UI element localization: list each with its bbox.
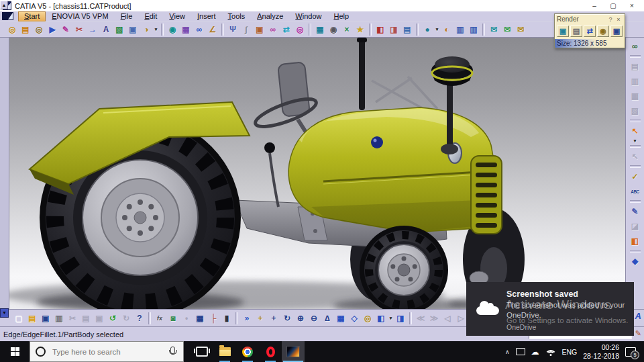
star-icon[interactable]: ★ <box>354 22 367 36</box>
menu-item-edit[interactable]: Edit <box>138 11 163 21</box>
tractor[interactable] <box>30 38 525 309</box>
paint-bucket-icon[interactable]: ◧ <box>627 234 643 248</box>
camera-icon[interactable]: ◉ <box>327 22 340 36</box>
viewport-3d[interactable] <box>9 38 625 309</box>
taskbar-search[interactable] <box>30 341 184 362</box>
fly-forward-icon[interactable]: ≫ <box>427 311 441 325</box>
fit-all-icon[interactable]: + <box>254 311 267 325</box>
wifi-icon[interactable] <box>545 348 556 356</box>
rotate-icon[interactable]: ↻ <box>280 311 294 325</box>
pan-icon[interactable]: + <box>267 311 280 325</box>
palette-icon[interactable]: ◐ <box>440 22 453 36</box>
tablet-pen-icon[interactable] <box>516 348 525 355</box>
sketch-tracer-icon[interactable]: ◉ <box>166 22 179 36</box>
menu-item-view[interactable]: View <box>163 11 191 21</box>
flyout-arrow-icon[interactable]: ▾ <box>627 138 643 144</box>
doc-edit-icon[interactable]: ✎ <box>59 22 72 36</box>
whats-this-icon[interactable]: ? <box>133 311 146 325</box>
mail-sync-icon[interactable]: ✉ <box>514 22 527 36</box>
section-prism-icon[interactable]: ◪ <box>627 219 643 234</box>
flyout-arrow-icon[interactable]: ▾ <box>153 22 159 36</box>
link-chain-icon[interactable]: ∞ <box>266 22 280 36</box>
restore-button[interactable]: ▢ <box>604 1 623 10</box>
opera-button[interactable] <box>259 341 282 362</box>
image-frame-icon[interactable]: ▣ <box>253 22 266 36</box>
annotations-icon[interactable]: ✎ <box>627 204 643 219</box>
onedrive-tray-icon[interactable]: ☁ <box>531 347 539 357</box>
doc-view2-icon[interactable]: ▥ <box>467 22 480 36</box>
cut-link-icon[interactable]: ✂ <box>72 22 86 36</box>
menu-item-enovia-v5-vpm[interactable]: ENOVIA V5 VPM <box>46 11 114 21</box>
zoom-out-icon[interactable]: ⊖ <box>307 311 321 325</box>
angle-icon[interactable]: ∠ <box>206 22 219 36</box>
language-indicator[interactable]: ENG <box>562 348 578 356</box>
video-camera-icon[interactable]: ● <box>421 22 434 36</box>
turn-head-icon[interactable]: ≪ <box>414 311 427 325</box>
render-quick-icon[interactable]: ▣ <box>557 26 569 37</box>
undo-icon[interactable]: ↺ <box>106 311 119 325</box>
print-icon[interactable]: ▥ <box>52 311 66 325</box>
texture-icon[interactable]: ▦ <box>627 89 643 103</box>
zoom-in-icon[interactable]: ⊕ <box>294 311 307 325</box>
paste-icon[interactable]: ▣ <box>93 311 106 325</box>
mail-open-icon[interactable]: ✉ <box>487 22 500 36</box>
doc-view-icon[interactable]: ▥ <box>453 22 467 36</box>
menu-item-insert[interactable]: Insert <box>191 11 222 21</box>
close-button[interactable]: × <box>623 1 641 10</box>
chrome-button[interactable] <box>236 341 259 362</box>
window-link-icon[interactable]: ▣ <box>126 22 140 36</box>
color-gear-icon[interactable]: ◎ <box>293 22 307 36</box>
file-explorer-button[interactable] <box>213 341 236 362</box>
layers-icon[interactable]: ▧ <box>113 22 126 36</box>
update-icon[interactable]: ◎ <box>5 22 19 36</box>
tree-scroll-down-button[interactable]: ▼ <box>0 308 9 318</box>
render-camera-icon[interactable]: ◉ <box>597 26 609 37</box>
normal-view-icon[interactable]: ∆ <box>321 311 334 325</box>
render-save-icon[interactable]: ▣ <box>610 26 623 37</box>
eraser-icon[interactable]: ◆ <box>627 254 643 269</box>
mail-forward-icon[interactable]: ✉ <box>500 22 514 36</box>
render-close-button[interactable]: × <box>614 16 623 23</box>
lock-icon[interactable]: ▮ <box>220 311 233 325</box>
mapping-icon[interactable]: ▧ <box>627 103 643 118</box>
shaded-view-icon[interactable]: ◎ <box>361 311 374 325</box>
menu-item-help[interactable]: Help <box>328 11 356 21</box>
menu-item-window[interactable]: Window <box>289 11 327 21</box>
select-arrow-icon[interactable]: ↖ <box>627 124 643 138</box>
flyout-arrow-icon[interactable]: ▾ <box>388 311 394 325</box>
comment-icon[interactable]: ◙ <box>166 311 180 325</box>
start-button[interactable] <box>0 341 30 362</box>
binoculars-icon[interactable]: ∞ <box>193 22 206 36</box>
copy-icon[interactable]: ▤ <box>79 311 93 325</box>
render-capture-icon[interactable]: ⇄ <box>584 26 596 37</box>
new-doc-icon[interactable]: ▢ <box>12 311 25 325</box>
export-doc-icon[interactable]: ▶ <box>46 22 59 36</box>
menu-item-tools[interactable]: Tools <box>222 11 252 21</box>
menu-item-analyze[interactable]: Analyze <box>251 11 289 21</box>
save-icon[interactable]: ▣ <box>39 311 52 325</box>
taskbar-clock[interactable]: 00:26 28-12-2018 <box>583 343 619 360</box>
render-shooting-icon[interactable]: ∞ <box>627 39 643 54</box>
task-view-button[interactable] <box>191 341 213 362</box>
design-table-icon[interactable]: ▦ <box>193 311 207 325</box>
microphone-icon[interactable] <box>170 347 175 354</box>
photo-box-icon[interactable]: ▦ <box>179 22 193 36</box>
measure-between-icon[interactable]: ✓ <box>627 169 643 184</box>
examine-icon[interactable]: ▷ <box>454 311 468 325</box>
anchor-icon[interactable]: Ψ <box>226 22 239 36</box>
tractor-model[interactable] <box>9 38 625 309</box>
annotation-a-icon[interactable]: A <box>635 311 641 321</box>
iso-view-icon[interactable]: ◇ <box>347 311 361 325</box>
render-help-button[interactable]: ? <box>606 16 614 23</box>
redo-icon[interactable]: ↻ <box>119 311 133 325</box>
paperclip-icon[interactable]: ∫ <box>239 22 253 36</box>
render-style2-icon[interactable]: ◨ <box>394 311 407 325</box>
walk-icon[interactable]: ◁ <box>441 311 454 325</box>
render-style-icon[interactable]: ◧ <box>374 311 388 325</box>
command-pencil-icon[interactable]: ✎ <box>635 329 641 338</box>
tray-chevron-icon[interactable]: ∧ <box>505 349 510 355</box>
flyout-arrow-icon[interactable]: ▾ <box>434 22 440 36</box>
red-cube-icon[interactable]: ◧ <box>374 22 387 36</box>
axis-cross-icon[interactable]: × <box>340 22 354 36</box>
apply-material-icon[interactable]: ▤ <box>627 59 643 74</box>
